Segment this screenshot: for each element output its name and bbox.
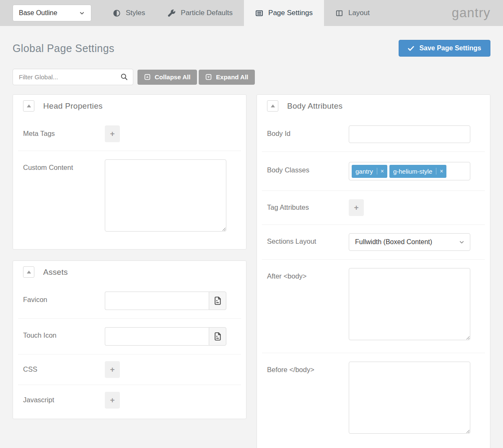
favicon-input[interactable] <box>105 292 209 310</box>
body-id-row: Body Id <box>262 117 485 152</box>
after-body-row: After <body> <box>262 260 485 353</box>
field-label: Tag Attributes <box>267 199 349 216</box>
save-page-settings-button[interactable]: Save Page Settings <box>399 40 490 57</box>
search-icon <box>120 73 128 81</box>
adjust-icon <box>113 9 121 17</box>
add-meta-tag-button[interactable]: + <box>105 125 120 142</box>
favicon-row: Favicon <box>18 283 241 319</box>
panel-header: Body Attributes <box>257 95 490 117</box>
body-id-input[interactable] <box>349 125 470 143</box>
page-header: Global Page Settings Save Page Settings <box>13 40 490 57</box>
field-label: Sections Layout <box>267 233 349 251</box>
tag-label: g-helium-style <box>389 168 436 175</box>
filter-toolbar: Collapse All Expand All <box>13 69 490 85</box>
panel-body-attributes: Body Attributes Body Id Body Classes <box>257 94 490 448</box>
field-label: Javascript <box>23 392 105 409</box>
panel-title: Body Attributes <box>287 102 342 111</box>
remove-tag-icon[interactable]: × <box>436 168 446 175</box>
field-label: CSS <box>23 361 105 378</box>
sections-layout-value: Fullwidth (Boxed Content) <box>355 238 432 246</box>
top-navbar: Base Outline Styles Particle Defaults Pa… <box>0 0 503 26</box>
add-css-button[interactable]: + <box>105 361 120 378</box>
collapse-panel-button[interactable] <box>23 266 34 278</box>
panel-header: Head Properties <box>13 95 246 117</box>
newspaper-icon <box>255 9 263 17</box>
outline-selector[interactable]: Base Outline <box>13 5 91 21</box>
tag-gantry: gantry × <box>352 165 387 178</box>
favicon-field-group <box>105 292 226 310</box>
left-column: Head Properties Meta Tags + Custom Conte… <box>13 94 246 419</box>
chevron-down-icon <box>459 239 465 245</box>
save-button-label: Save Page Settings <box>419 44 481 52</box>
css-row: CSS + <box>18 354 241 385</box>
filter-global-input[interactable] <box>13 69 133 85</box>
field-label: Custom Content <box>23 159 105 233</box>
sections-layout-select[interactable]: Fullwidth (Boxed Content) <box>349 233 470 251</box>
field-label: Meta Tags <box>23 125 105 142</box>
add-tag-attribute-button[interactable]: + <box>349 199 364 216</box>
plus-icon: + <box>354 203 358 212</box>
custom-content-row: Custom Content <box>18 151 241 246</box>
caret-square-up-icon <box>144 74 150 80</box>
tab-page-settings[interactable]: Page Settings <box>244 0 324 26</box>
remove-tag-icon[interactable]: × <box>377 168 387 175</box>
gantry-logo: gantry <box>452 5 503 21</box>
collapse-panel-button[interactable] <box>267 100 278 112</box>
body-classes-row: Body Classes gantry × g-helium-style × <box>262 152 485 191</box>
touch-icon-row: Touch Icon <box>18 319 241 354</box>
collapse-panel-button[interactable] <box>23 100 34 112</box>
caret-square-down-icon <box>205 74 212 80</box>
field-label: Touch Icon <box>23 327 105 346</box>
expand-all-label: Expand All <box>216 73 248 81</box>
field-label: Before </body> <box>267 362 349 435</box>
collapse-all-label: Collapse All <box>155 73 190 81</box>
before-body-row: Before </body> <box>262 353 485 448</box>
panel-title: Head Properties <box>43 102 103 111</box>
panel-header: Assets <box>13 261 246 283</box>
after-body-textarea[interactable] <box>349 268 470 340</box>
tab-label: Page Settings <box>268 9 313 17</box>
wrench-icon <box>168 9 176 17</box>
custom-content-textarea[interactable] <box>105 159 226 232</box>
file-image-icon <box>214 297 221 305</box>
columns-icon <box>335 9 343 17</box>
caret-up-icon <box>26 104 31 108</box>
touch-icon-input[interactable] <box>105 327 209 346</box>
tag-g-helium-style: g-helium-style × <box>389 165 447 178</box>
before-body-textarea[interactable] <box>349 362 470 434</box>
pick-touch-icon-button[interactable] <box>209 327 226 346</box>
plus-icon: + <box>110 396 114 404</box>
field-label: Body Classes <box>267 162 349 180</box>
panel-assets: Assets Favicon <box>13 260 246 419</box>
sections-layout-row: Sections Layout Fullwidth (Boxed Content… <box>262 225 485 260</box>
pick-favicon-button[interactable] <box>209 292 226 310</box>
panel-title: Assets <box>43 268 68 277</box>
tab-label: Particle Defaults <box>181 9 233 17</box>
outline-selector-value: Base Outline <box>19 9 57 17</box>
field-label: Body Id <box>267 125 349 143</box>
caret-up-icon <box>26 270 31 274</box>
plus-icon: + <box>110 129 114 138</box>
body-classes-input[interactable]: gantry × g-helium-style × <box>349 162 470 180</box>
expand-all-button[interactable]: Expand All <box>199 70 255 85</box>
nav-tabs: Styles Particle Defaults Page Settings L… <box>101 0 381 26</box>
page-content: Global Page Settings Save Page Settings … <box>0 40 503 448</box>
tab-label: Layout <box>348 9 370 17</box>
collapse-all-button[interactable]: Collapse All <box>137 70 197 85</box>
tab-layout[interactable]: Layout <box>324 0 381 26</box>
add-javascript-button[interactable]: + <box>105 392 120 409</box>
tab-styles[interactable]: Styles <box>101 0 156 26</box>
filter-field-wrap <box>13 69 133 85</box>
check-icon <box>408 46 414 51</box>
tag-attributes-row: Tag Attributes + <box>262 191 485 225</box>
caret-up-icon <box>270 104 275 108</box>
file-image-icon <box>214 332 221 341</box>
panel-head-properties: Head Properties Meta Tags + Custom Conte… <box>13 94 246 250</box>
chevron-down-icon <box>79 10 85 16</box>
javascript-row: Javascript + <box>18 385 241 415</box>
tab-particle-defaults[interactable]: Particle Defaults <box>156 0 244 26</box>
tag-label: gantry <box>352 168 377 175</box>
field-label: Favicon <box>23 292 105 310</box>
page-title: Global Page Settings <box>13 42 114 55</box>
meta-tags-row: Meta Tags + <box>18 117 241 151</box>
